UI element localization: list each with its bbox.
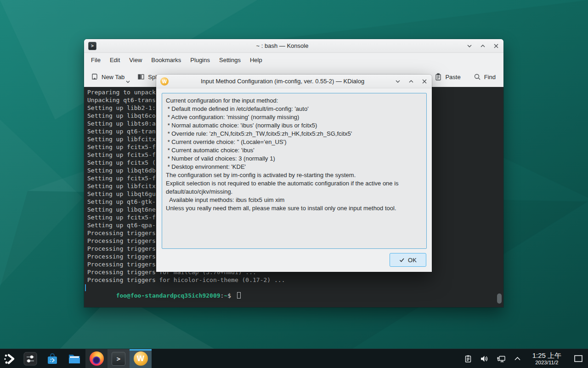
find-button[interactable]: Find — [474, 73, 496, 80]
minimize-icon[interactable] — [466, 43, 473, 49]
message-line: * Current override choice: '' (Locale='e… — [166, 138, 423, 146]
menu-item[interactable]: File — [86, 55, 105, 65]
message-line: * Override rule: 'zh_CN,fcitx5:zh_TW,fci… — [166, 130, 423, 138]
system-settings-icon[interactable] — [19, 349, 41, 368]
discover-icon[interactable] — [41, 349, 63, 368]
ok-label: OK — [408, 257, 417, 264]
close-icon[interactable] — [421, 78, 428, 85]
find-label: Find — [484, 74, 496, 80]
im-config-icon: W — [160, 77, 169, 86]
konsole-icon: > — [88, 42, 96, 50]
message-text-area[interactable]: Current configuration for the input meth… — [162, 93, 427, 249]
prompt-user-host: foo@foo-standardpcq35ich92009 — [116, 292, 220, 299]
check-icon — [399, 258, 405, 263]
ok-button[interactable]: OK — [390, 253, 426, 267]
paste-button[interactable]: Paste — [435, 73, 460, 80]
clock[interactable]: 1:25 上午 2023/11/2 — [532, 351, 561, 365]
konsole-window-title: ~ : bash — Konsole — [102, 42, 462, 49]
message-line: Unless you really need them all, please … — [166, 204, 423, 213]
menu-item[interactable]: Edit — [105, 55, 124, 65]
chevron-down-icon — [126, 80, 130, 83]
clock-date: 2023/11/2 — [532, 360, 561, 366]
split-view-icon — [137, 73, 145, 80]
menu-item[interactable]: Settings — [215, 55, 245, 65]
message-line: * Normal automatic choice: 'ibus' (norma… — [166, 121, 423, 130]
new-tab-label: New Tab — [102, 74, 124, 80]
firefox-icon — [90, 351, 104, 366]
kdialog-window: W Input Method Configuration (im-config,… — [156, 75, 432, 272]
show-desktop-icon — [574, 355, 583, 362]
close-icon[interactable] — [493, 43, 499, 49]
taskbar: > W — [0, 349, 588, 368]
volume-icon[interactable] — [478, 349, 491, 368]
message-line: The configuration set by im-config is ac… — [166, 171, 423, 179]
maximize-icon[interactable] — [408, 78, 414, 85]
message-line: * Desktop environment: 'KDE' — [166, 163, 423, 171]
clipboard-icon[interactable] — [462, 349, 475, 368]
desktop: > ~ : bash — Konsole FileEditViewBookmar… — [0, 0, 588, 368]
message-line: * Number of valid choices: 3 (normally 1… — [166, 155, 423, 163]
network-icon[interactable] — [495, 349, 508, 368]
taskbar-task-konsole[interactable]: > — [107, 349, 130, 368]
system-tray: 1:25 上午 2023/11/2 — [462, 349, 588, 368]
message-line: Explicit selection is not required to en… — [166, 179, 423, 196]
kdialog-window-title: Input Method Configuration (im-config, v… — [175, 78, 390, 85]
konsole-icon: > — [112, 352, 125, 366]
im-config-icon: W — [134, 351, 148, 366]
terminal-prompt: foo@foo-standardpcq35ich92009:~$ — [87, 284, 503, 292]
search-icon — [474, 73, 481, 80]
taskbar-task-firefox[interactable] — [85, 349, 107, 368]
terminal-cursor — [237, 292, 241, 299]
taskbar-task-kdialog[interactable]: W — [130, 349, 152, 368]
terminal-line: Processing triggers for hicolor-icon-the… — [87, 276, 503, 284]
message-line: * Active configuration: 'missing' (norma… — [166, 113, 423, 121]
message-line: Current configuration for the input meth… — [166, 97, 423, 105]
kdialog-titlebar[interactable]: W Input Method Configuration (im-config,… — [156, 75, 432, 88]
menu-item[interactable]: Bookmarks — [147, 55, 186, 65]
show-desktop-button[interactable] — [571, 349, 585, 368]
scrollbar-thumb[interactable] — [497, 293, 502, 304]
paste-label: Paste — [445, 74, 460, 80]
dolphin-icon[interactable] — [63, 349, 85, 368]
paste-icon — [435, 73, 442, 80]
menu-item[interactable]: Help — [245, 55, 267, 65]
kdialog-body: Current configuration for the input meth… — [156, 88, 432, 272]
message-line: * Current automatic choice: 'ibus' — [166, 146, 423, 155]
konsole-menubar: FileEditViewBookmarksPluginsSettingsHelp — [84, 53, 503, 67]
message-line: * Default mode defined in /etc/default/i… — [166, 105, 423, 113]
new-tab-icon — [91, 73, 98, 80]
menu-item[interactable]: Plugins — [186, 55, 215, 65]
tray-expand-icon[interactable] — [511, 349, 524, 368]
new-output-indicator — [85, 284, 86, 291]
konsole-titlebar[interactable]: > ~ : bash — Konsole — [84, 39, 503, 53]
application-launcher-icon[interactable] — [0, 349, 19, 368]
message-line: Available input methods: ibus fcitx5 uim… — [166, 196, 423, 204]
minimize-icon[interactable] — [395, 78, 401, 85]
maximize-icon[interactable] — [480, 43, 486, 49]
clock-time: 1:25 上午 — [532, 351, 561, 359]
new-tab-button[interactable]: New Tab — [91, 73, 124, 80]
menu-item[interactable]: View — [124, 55, 147, 65]
